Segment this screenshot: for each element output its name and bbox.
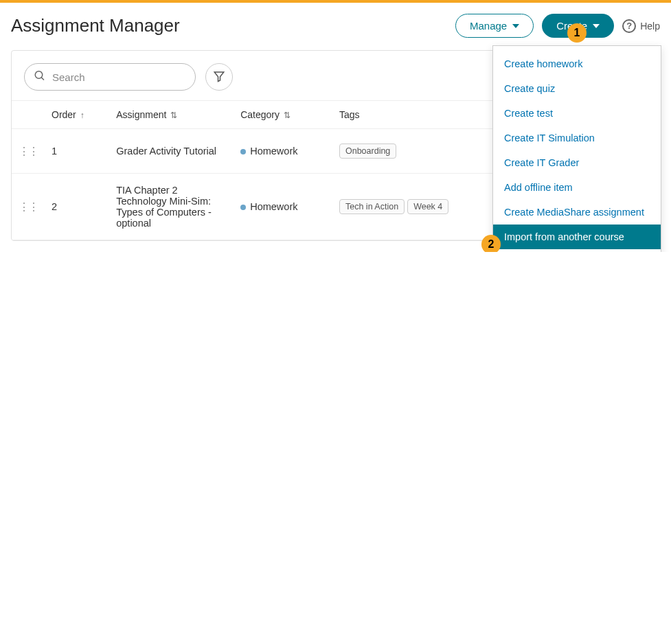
chevron-down-icon bbox=[512, 24, 519, 28]
col-tags: Tags bbox=[332, 101, 508, 129]
search-icon bbox=[34, 70, 46, 84]
menu-item[interactable]: Import from another course bbox=[493, 225, 661, 249]
menu-item[interactable]: Create MediaShare assignment bbox=[493, 200, 661, 225]
svg-line-1 bbox=[41, 78, 44, 80]
tag[interactable]: Week 4 bbox=[407, 199, 448, 214]
help-link[interactable]: ? Help bbox=[622, 19, 660, 33]
help-label: Help bbox=[640, 21, 660, 32]
filter-button[interactable] bbox=[205, 63, 233, 91]
category-dot-icon bbox=[240, 205, 246, 210]
menu-item[interactable]: Create IT Simulation bbox=[493, 126, 661, 150]
sort-icon: ⇅ bbox=[284, 111, 291, 120]
menu-item[interactable]: Add offline item bbox=[493, 175, 661, 200]
svg-marker-2 bbox=[214, 72, 224, 82]
col-order-label: Order bbox=[52, 109, 76, 120]
cell-assignment[interactable]: Grader Activity Tutorial bbox=[109, 129, 234, 174]
menu-item[interactable]: Create IT Grader bbox=[493, 150, 661, 175]
menu-item[interactable]: Create homework bbox=[493, 51, 661, 76]
menu-item[interactable]: Create test bbox=[493, 101, 661, 126]
help-icon: ? bbox=[622, 19, 636, 33]
col-tags-label: Tags bbox=[339, 109, 360, 120]
create-dropdown-menu: Create homeworkCreate quizCreate testCre… bbox=[492, 45, 661, 252]
cell-order: 2 bbox=[45, 174, 109, 240]
drag-handle-icon[interactable]: ⋮⋮ bbox=[19, 146, 38, 157]
cell-category: Homework bbox=[234, 129, 332, 174]
menu-item[interactable]: Import pre-built assignments bbox=[493, 249, 661, 252]
cell-assignment[interactable]: TIA Chapter 2 Technology Mini-Sim: Types… bbox=[109, 174, 234, 240]
svg-point-0 bbox=[35, 71, 43, 79]
col-assignment[interactable]: Assignment ⇅ bbox=[109, 101, 234, 129]
col-assignment-label: Assignment bbox=[116, 109, 166, 120]
cell-tags: Tech in ActionWeek 4 bbox=[332, 174, 508, 240]
search-wrap bbox=[24, 63, 196, 91]
col-order[interactable]: Order ↑ bbox=[45, 101, 109, 129]
chevron-down-icon bbox=[593, 24, 600, 28]
annotation-marker-1: 1 bbox=[567, 23, 587, 43]
annotation-marker-2: 2 bbox=[481, 235, 501, 252]
col-category[interactable]: Category ⇅ bbox=[234, 101, 332, 129]
cell-category: Homework bbox=[234, 174, 332, 240]
tag[interactable]: Tech in Action bbox=[339, 199, 405, 214]
sort-icon: ⇅ bbox=[170, 111, 177, 120]
cell-order: 1 bbox=[45, 129, 109, 174]
manage-label: Manage bbox=[470, 20, 507, 32]
col-category-label: Category bbox=[240, 109, 280, 120]
page-header: Assignment Manager Manage Create ? Help bbox=[11, 14, 660, 38]
page-title: Assignment Manager bbox=[11, 15, 447, 36]
menu-item[interactable]: Create quiz bbox=[493, 76, 661, 101]
drag-handle-icon[interactable]: ⋮⋮ bbox=[19, 201, 38, 213]
cell-tags: Onboarding bbox=[332, 129, 508, 174]
sort-up-icon: ↑ bbox=[80, 111, 84, 120]
filter-icon bbox=[213, 70, 225, 84]
category-dot-icon bbox=[240, 149, 246, 154]
tag[interactable]: Onboarding bbox=[339, 143, 396, 159]
search-input[interactable] bbox=[24, 63, 196, 91]
manage-button[interactable]: Manage bbox=[455, 14, 534, 38]
